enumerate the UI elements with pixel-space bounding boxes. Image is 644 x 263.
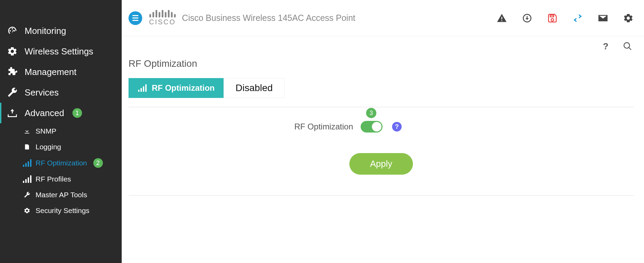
secondbar: ?: [122, 36, 644, 56]
apply-button[interactable]: Apply: [349, 153, 413, 175]
advanced-submenu: SNMP Logging RF Optimization 2 RF Pr: [0, 123, 122, 218]
status-value: Disabled: [224, 78, 285, 98]
tab-rf-optimization[interactable]: RF Optimization: [129, 78, 224, 98]
wrench-icon: [6, 86, 18, 99]
product-title: Cisco Business Wireless 145AC Access Poi…: [182, 13, 355, 23]
sub-item-label: Security Settings: [36, 206, 90, 215]
alert-icon[interactable]: [496, 13, 507, 24]
tab-row: RF Optimization Disabled: [129, 78, 634, 107]
sidebar-item-label: Wireless Settings: [25, 46, 93, 57]
wrench-icon: [23, 190, 31, 199]
sub-item-rf-profiles[interactable]: RF Profiles: [23, 171, 122, 187]
step-badge-2: 2: [93, 158, 103, 168]
form-area: RF Optimization 3 ? Apply: [129, 121, 634, 196]
download-tray-icon: [6, 107, 18, 119]
sub-item-label: Master AP Tools: [36, 191, 87, 199]
sub-item-master-ap-tools[interactable]: Master AP Tools: [23, 187, 122, 203]
sub-item-security-settings[interactable]: Security Settings: [23, 203, 122, 218]
sub-item-logging[interactable]: Logging: [23, 139, 122, 155]
sidebar-item-management[interactable]: Management: [0, 62, 122, 82]
topbar: cisco Cisco Business Wireless 145AC Acce…: [122, 0, 644, 36]
tab-label: RF Optimization: [152, 83, 215, 93]
rf-optimization-toggle[interactable]: [361, 121, 383, 133]
sub-item-label: RF Optimization: [36, 159, 87, 167]
topbar-icons: [496, 13, 634, 24]
toggle-knob: [372, 122, 381, 132]
cisco-logo: cisco: [149, 10, 176, 26]
sub-item-label: Logging: [36, 143, 61, 151]
signal-icon: [137, 83, 147, 93]
gear-icon: [23, 206, 31, 215]
settings-icon[interactable]: [623, 13, 634, 24]
sub-item-label: SNMP: [36, 127, 56, 135]
puzzle-icon: [6, 66, 18, 78]
sub-item-snmp[interactable]: SNMP: [23, 123, 122, 139]
main: cisco Cisco Business Wireless 145AC Acce…: [122, 0, 644, 263]
sidebar-item-monitoring[interactable]: Monitoring: [0, 21, 122, 41]
sidebar-item-services[interactable]: Services: [0, 82, 122, 103]
logo-text: cisco: [149, 18, 176, 26]
sidebar-item-label: Monitoring: [25, 26, 66, 36]
field-help-icon[interactable]: ?: [392, 122, 402, 132]
sub-item-rf-optimization[interactable]: RF Optimization 2: [23, 155, 122, 171]
log-icon: [23, 142, 31, 151]
sidebar-item-label: Services: [25, 87, 59, 98]
menu-toggle-button[interactable]: [129, 11, 142, 25]
sidebar-item-wireless-settings[interactable]: Wireless Settings: [0, 41, 122, 62]
signal-icon: [23, 175, 31, 184]
mail-icon[interactable]: [598, 13, 608, 24]
sidebar-item-label: Management: [25, 67, 77, 77]
help-icon[interactable]: ?: [601, 41, 611, 51]
swap-icon[interactable]: [572, 13, 583, 24]
search-icon[interactable]: [623, 41, 632, 51]
step-badge-3: 3: [366, 108, 376, 118]
sidebar-item-label: Advanced: [25, 108, 64, 118]
download-icon: [23, 127, 31, 136]
gauge-icon: [6, 25, 18, 37]
toggle-wrap: 3 ?: [361, 121, 402, 133]
download-circle-icon[interactable]: [522, 13, 533, 24]
sidebar: Monitoring Wireless Settings Management …: [0, 0, 122, 263]
gear-icon: [6, 45, 18, 58]
sub-item-label: RF Profiles: [36, 175, 71, 183]
form-row-rf-optimization: RF Optimization 3 ?: [129, 121, 634, 133]
content: RF Optimization RF Optimization Disabled…: [122, 56, 644, 196]
sidebar-item-advanced[interactable]: Advanced 1: [0, 103, 122, 123]
apply-row: Apply: [129, 153, 634, 175]
form-label: RF Optimization: [216, 122, 353, 132]
signal-icon: [23, 159, 31, 167]
save-icon[interactable]: [547, 13, 558, 24]
step-badge-1: 1: [72, 108, 82, 118]
page-title: RF Optimization: [129, 58, 634, 69]
